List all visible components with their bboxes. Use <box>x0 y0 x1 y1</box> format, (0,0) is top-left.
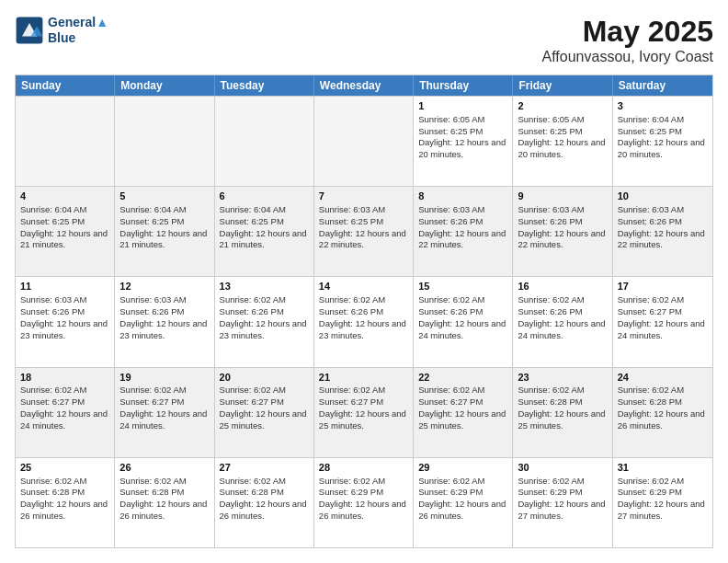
sunrise-text: Sunrise: 6:04 AM <box>618 114 684 124</box>
daylight-text: Daylight: 12 hours and 23 minutes. <box>220 318 307 340</box>
daylight-text: Daylight: 12 hours and 24 minutes. <box>518 318 605 340</box>
calendar-row-4: 18Sunrise: 6:02 AMSunset: 6:27 PMDayligh… <box>16 367 712 457</box>
daylight-text: Daylight: 12 hours and 23 minutes. <box>319 318 406 340</box>
sunrise-text: Sunrise: 6:02 AM <box>119 385 186 395</box>
day-number: 8 <box>418 190 507 203</box>
sunrise-text: Sunrise: 6:04 AM <box>220 204 286 214</box>
sunset-text: Sunset: 6:29 PM <box>319 487 383 497</box>
daylight-text: Daylight: 12 hours and 22 minutes. <box>518 228 605 250</box>
calendar: SundayMondayTuesdayWednesdayThursdayFrid… <box>15 75 713 548</box>
day-number: 15 <box>418 280 507 293</box>
sunset-text: Sunset: 6:26 PM <box>220 306 284 316</box>
calendar-cell: 25Sunrise: 6:02 AMSunset: 6:28 PMDayligh… <box>16 458 115 547</box>
day-number: 23 <box>518 371 607 385</box>
sunset-text: Sunset: 6:26 PM <box>119 306 184 316</box>
calendar-row-2: 4Sunrise: 6:04 AMSunset: 6:25 PMDaylight… <box>16 186 712 276</box>
sunrise-text: Sunrise: 6:02 AM <box>319 476 385 486</box>
day-number: 14 <box>319 280 408 293</box>
day-header-monday: Monday <box>115 75 214 96</box>
daylight-text: Daylight: 12 hours and 26 minutes. <box>119 499 207 521</box>
sunrise-text: Sunrise: 6:03 AM <box>20 294 86 304</box>
calendar-cell: 5Sunrise: 6:04 AMSunset: 6:25 PMDaylight… <box>115 187 214 276</box>
sunset-text: Sunset: 6:25 PM <box>418 126 483 136</box>
calendar-cell: 27Sunrise: 6:02 AMSunset: 6:28 PMDayligh… <box>215 458 314 547</box>
calendar-cell: 31Sunrise: 6:02 AMSunset: 6:29 PMDayligh… <box>613 458 712 547</box>
sunset-text: Sunset: 6:26 PM <box>319 306 383 316</box>
calendar-cell: 1Sunrise: 6:05 AMSunset: 6:25 PMDaylight… <box>414 97 513 186</box>
daylight-text: Daylight: 12 hours and 24 minutes. <box>618 318 705 340</box>
daylight-text: Daylight: 12 hours and 23 minutes. <box>20 318 108 340</box>
calendar-cell: 14Sunrise: 6:02 AMSunset: 6:26 PMDayligh… <box>314 277 414 366</box>
sunrise-text: Sunrise: 6:02 AM <box>518 476 584 486</box>
calendar-cell: 30Sunrise: 6:02 AMSunset: 6:29 PMDayligh… <box>513 458 612 547</box>
calendar-cell: 3Sunrise: 6:04 AMSunset: 6:25 PMDaylight… <box>613 97 712 186</box>
sunset-text: Sunset: 6:26 PM <box>418 306 483 316</box>
day-header-friday: Friday <box>513 75 612 96</box>
day-number: 25 <box>20 461 109 475</box>
sunset-text: Sunset: 6:26 PM <box>518 306 582 316</box>
calendar-cell: 8Sunrise: 6:03 AMSunset: 6:26 PMDaylight… <box>414 187 513 276</box>
sunset-text: Sunset: 6:26 PM <box>618 216 682 226</box>
day-number: 24 <box>618 371 708 385</box>
sunset-text: Sunset: 6:26 PM <box>518 216 582 226</box>
day-header-tuesday: Tuesday <box>215 75 314 96</box>
day-number: 29 <box>418 461 507 475</box>
day-number: 19 <box>119 371 209 385</box>
sunrise-text: Sunrise: 6:02 AM <box>319 294 385 304</box>
sunrise-text: Sunrise: 6:02 AM <box>518 385 584 395</box>
day-number: 9 <box>518 190 607 203</box>
day-number: 5 <box>119 190 209 203</box>
calendar-cell: 21Sunrise: 6:02 AMSunset: 6:27 PMDayligh… <box>314 368 414 457</box>
day-number: 26 <box>119 461 209 475</box>
sunset-text: Sunset: 6:27 PM <box>618 306 682 316</box>
sunset-text: Sunset: 6:29 PM <box>518 487 582 497</box>
sunset-text: Sunset: 6:27 PM <box>220 396 284 407</box>
sunrise-text: Sunrise: 6:05 AM <box>518 114 584 124</box>
calendar-cell <box>314 97 414 186</box>
sunset-text: Sunset: 6:27 PM <box>119 396 184 407</box>
sunrise-text: Sunrise: 6:04 AM <box>119 204 186 214</box>
sunset-text: Sunset: 6:28 PM <box>518 396 582 407</box>
day-number: 27 <box>220 461 309 475</box>
day-number: 22 <box>418 371 507 385</box>
calendar-cell: 26Sunrise: 6:02 AMSunset: 6:28 PMDayligh… <box>115 458 214 547</box>
day-number: 31 <box>618 461 708 475</box>
sunrise-text: Sunrise: 6:03 AM <box>418 204 484 214</box>
daylight-text: Daylight: 12 hours and 25 minutes. <box>418 408 506 431</box>
daylight-text: Daylight: 12 hours and 27 minutes. <box>518 499 605 521</box>
day-number: 17 <box>618 280 708 293</box>
subtitle: Affounvassou, Ivory Coast <box>542 49 713 65</box>
calendar-cell: 6Sunrise: 6:04 AMSunset: 6:25 PMDaylight… <box>215 187 314 276</box>
daylight-text: Daylight: 12 hours and 26 minutes. <box>618 408 705 431</box>
day-number: 3 <box>618 99 708 113</box>
sunset-text: Sunset: 6:28 PM <box>20 487 85 497</box>
sunrise-text: Sunrise: 6:02 AM <box>618 294 684 304</box>
sunset-text: Sunset: 6:29 PM <box>418 487 483 497</box>
daylight-text: Daylight: 12 hours and 27 minutes. <box>618 499 705 521</box>
daylight-text: Daylight: 12 hours and 20 minutes. <box>618 137 705 159</box>
sunset-text: Sunset: 6:27 PM <box>319 396 383 407</box>
logo-text: General▲ Blue <box>48 15 108 46</box>
daylight-text: Daylight: 12 hours and 21 minutes. <box>220 228 307 250</box>
calendar-cell <box>215 97 314 186</box>
calendar-cell: 15Sunrise: 6:02 AMSunset: 6:26 PMDayligh… <box>414 277 513 366</box>
calendar-cell: 2Sunrise: 6:05 AMSunset: 6:25 PMDaylight… <box>513 97 612 186</box>
sunrise-text: Sunrise: 6:02 AM <box>418 385 484 395</box>
calendar-cell: 9Sunrise: 6:03 AMSunset: 6:26 PMDaylight… <box>513 187 612 276</box>
sunrise-text: Sunrise: 6:03 AM <box>319 204 385 214</box>
logo-icon <box>15 16 44 45</box>
daylight-text: Daylight: 12 hours and 26 minutes. <box>319 499 406 521</box>
sunset-text: Sunset: 6:25 PM <box>518 126 582 136</box>
calendar-cell <box>115 97 214 186</box>
daylight-text: Daylight: 12 hours and 24 minutes. <box>20 408 108 431</box>
calendar-row-3: 11Sunrise: 6:03 AMSunset: 6:26 PMDayligh… <box>16 276 712 366</box>
sunset-text: Sunset: 6:25 PM <box>119 216 184 226</box>
sunrise-text: Sunrise: 6:03 AM <box>518 204 584 214</box>
sunset-text: Sunset: 6:25 PM <box>220 216 284 226</box>
calendar-cell: 18Sunrise: 6:02 AMSunset: 6:27 PMDayligh… <box>16 368 115 457</box>
calendar-cell: 20Sunrise: 6:02 AMSunset: 6:27 PMDayligh… <box>215 368 314 457</box>
calendar-header: SundayMondayTuesdayWednesdayThursdayFrid… <box>16 75 712 96</box>
sunset-text: Sunset: 6:28 PM <box>119 487 184 497</box>
sunrise-text: Sunrise: 6:02 AM <box>618 385 684 395</box>
day-header-sunday: Sunday <box>16 75 115 96</box>
